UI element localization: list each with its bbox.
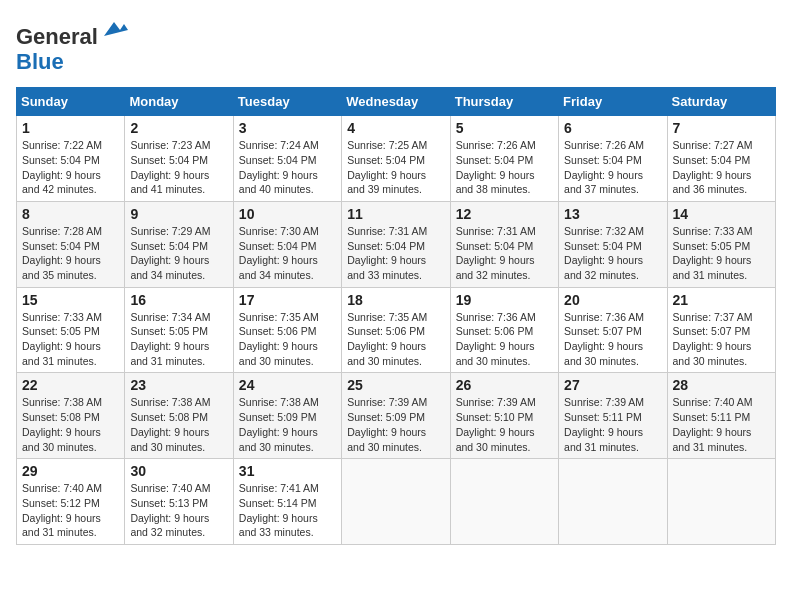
weekday-header: Sunday <box>17 88 125 116</box>
calendar-day-cell: 14Sunrise: 7:33 AMSunset: 5:05 PMDayligh… <box>667 201 775 287</box>
day-number: 8 <box>22 206 119 222</box>
day-info: Sunrise: 7:28 AMSunset: 5:04 PMDaylight:… <box>22 225 102 281</box>
day-number: 11 <box>347 206 444 222</box>
day-info: Sunrise: 7:26 AMSunset: 5:04 PMDaylight:… <box>456 139 536 195</box>
day-info: Sunrise: 7:25 AMSunset: 5:04 PMDaylight:… <box>347 139 427 195</box>
day-number: 26 <box>456 377 553 393</box>
calendar-day-cell: 13Sunrise: 7:32 AMSunset: 5:04 PMDayligh… <box>559 201 667 287</box>
day-info: Sunrise: 7:29 AMSunset: 5:04 PMDaylight:… <box>130 225 210 281</box>
calendar-day-cell: 24Sunrise: 7:38 AMSunset: 5:09 PMDayligh… <box>233 373 341 459</box>
calendar-day-cell: 3Sunrise: 7:24 AMSunset: 5:04 PMDaylight… <box>233 116 341 202</box>
page-header: General Blue <box>16 16 776 75</box>
weekday-header: Monday <box>125 88 233 116</box>
calendar-day-cell: 22Sunrise: 7:38 AMSunset: 5:08 PMDayligh… <box>17 373 125 459</box>
calendar-day-cell: 18Sunrise: 7:35 AMSunset: 5:06 PMDayligh… <box>342 287 450 373</box>
day-info: Sunrise: 7:35 AMSunset: 5:06 PMDaylight:… <box>239 311 319 367</box>
logo: General Blue <box>16 16 128 75</box>
day-number: 1 <box>22 120 119 136</box>
day-info: Sunrise: 7:40 AMSunset: 5:12 PMDaylight:… <box>22 482 102 538</box>
svg-marker-0 <box>104 22 128 36</box>
calendar-day-cell: 19Sunrise: 7:36 AMSunset: 5:06 PMDayligh… <box>450 287 558 373</box>
weekday-header: Tuesday <box>233 88 341 116</box>
calendar-day-cell: 16Sunrise: 7:34 AMSunset: 5:05 PMDayligh… <box>125 287 233 373</box>
day-number: 29 <box>22 463 119 479</box>
day-info: Sunrise: 7:32 AMSunset: 5:04 PMDaylight:… <box>564 225 644 281</box>
day-number: 7 <box>673 120 770 136</box>
day-info: Sunrise: 7:33 AMSunset: 5:05 PMDaylight:… <box>673 225 753 281</box>
day-number: 6 <box>564 120 661 136</box>
calendar-week-row: 22Sunrise: 7:38 AMSunset: 5:08 PMDayligh… <box>17 373 776 459</box>
day-info: Sunrise: 7:39 AMSunset: 5:11 PMDaylight:… <box>564 396 644 452</box>
day-info: Sunrise: 7:38 AMSunset: 5:08 PMDaylight:… <box>22 396 102 452</box>
day-info: Sunrise: 7:30 AMSunset: 5:04 PMDaylight:… <box>239 225 319 281</box>
weekday-header: Friday <box>559 88 667 116</box>
day-number: 20 <box>564 292 661 308</box>
day-info: Sunrise: 7:39 AMSunset: 5:10 PMDaylight:… <box>456 396 536 452</box>
day-info: Sunrise: 7:27 AMSunset: 5:04 PMDaylight:… <box>673 139 753 195</box>
logo-general: General <box>16 24 98 49</box>
weekday-header: Saturday <box>667 88 775 116</box>
calendar-day-cell: 5Sunrise: 7:26 AMSunset: 5:04 PMDaylight… <box>450 116 558 202</box>
day-info: Sunrise: 7:39 AMSunset: 5:09 PMDaylight:… <box>347 396 427 452</box>
calendar-day-cell: 21Sunrise: 7:37 AMSunset: 5:07 PMDayligh… <box>667 287 775 373</box>
day-info: Sunrise: 7:40 AMSunset: 5:11 PMDaylight:… <box>673 396 753 452</box>
day-info: Sunrise: 7:36 AMSunset: 5:07 PMDaylight:… <box>564 311 644 367</box>
day-number: 18 <box>347 292 444 308</box>
day-info: Sunrise: 7:31 AMSunset: 5:04 PMDaylight:… <box>347 225 427 281</box>
calendar-day-cell: 26Sunrise: 7:39 AMSunset: 5:10 PMDayligh… <box>450 373 558 459</box>
logo-bird-icon <box>100 16 128 44</box>
day-number: 19 <box>456 292 553 308</box>
calendar-day-cell <box>342 459 450 545</box>
calendar-day-cell: 17Sunrise: 7:35 AMSunset: 5:06 PMDayligh… <box>233 287 341 373</box>
calendar-day-cell: 27Sunrise: 7:39 AMSunset: 5:11 PMDayligh… <box>559 373 667 459</box>
day-number: 2 <box>130 120 227 136</box>
calendar-day-cell: 28Sunrise: 7:40 AMSunset: 5:11 PMDayligh… <box>667 373 775 459</box>
day-info: Sunrise: 7:36 AMSunset: 5:06 PMDaylight:… <box>456 311 536 367</box>
day-number: 30 <box>130 463 227 479</box>
day-number: 27 <box>564 377 661 393</box>
day-number: 15 <box>22 292 119 308</box>
day-number: 4 <box>347 120 444 136</box>
calendar-day-cell: 23Sunrise: 7:38 AMSunset: 5:08 PMDayligh… <box>125 373 233 459</box>
calendar-day-cell: 12Sunrise: 7:31 AMSunset: 5:04 PMDayligh… <box>450 201 558 287</box>
calendar-day-cell: 15Sunrise: 7:33 AMSunset: 5:05 PMDayligh… <box>17 287 125 373</box>
calendar-day-cell: 4Sunrise: 7:25 AMSunset: 5:04 PMDaylight… <box>342 116 450 202</box>
day-info: Sunrise: 7:22 AMSunset: 5:04 PMDaylight:… <box>22 139 102 195</box>
calendar-week-row: 8Sunrise: 7:28 AMSunset: 5:04 PMDaylight… <box>17 201 776 287</box>
day-number: 22 <box>22 377 119 393</box>
day-number: 12 <box>456 206 553 222</box>
calendar-day-cell: 30Sunrise: 7:40 AMSunset: 5:13 PMDayligh… <box>125 459 233 545</box>
logo-blue: Blue <box>16 49 64 75</box>
calendar-day-cell: 29Sunrise: 7:40 AMSunset: 5:12 PMDayligh… <box>17 459 125 545</box>
calendar-day-cell <box>450 459 558 545</box>
day-number: 24 <box>239 377 336 393</box>
day-info: Sunrise: 7:31 AMSunset: 5:04 PMDaylight:… <box>456 225 536 281</box>
calendar-week-row: 1Sunrise: 7:22 AMSunset: 5:04 PMDaylight… <box>17 116 776 202</box>
calendar-day-cell: 20Sunrise: 7:36 AMSunset: 5:07 PMDayligh… <box>559 287 667 373</box>
calendar-day-cell: 7Sunrise: 7:27 AMSunset: 5:04 PMDaylight… <box>667 116 775 202</box>
day-info: Sunrise: 7:38 AMSunset: 5:09 PMDaylight:… <box>239 396 319 452</box>
calendar-table: SundayMondayTuesdayWednesdayThursdayFrid… <box>16 87 776 545</box>
weekday-header-row: SundayMondayTuesdayWednesdayThursdayFrid… <box>17 88 776 116</box>
day-number: 3 <box>239 120 336 136</box>
day-info: Sunrise: 7:41 AMSunset: 5:14 PMDaylight:… <box>239 482 319 538</box>
calendar-day-cell: 6Sunrise: 7:26 AMSunset: 5:04 PMDaylight… <box>559 116 667 202</box>
day-info: Sunrise: 7:37 AMSunset: 5:07 PMDaylight:… <box>673 311 753 367</box>
day-number: 13 <box>564 206 661 222</box>
calendar-day-cell: 10Sunrise: 7:30 AMSunset: 5:04 PMDayligh… <box>233 201 341 287</box>
day-number: 16 <box>130 292 227 308</box>
calendar-day-cell: 31Sunrise: 7:41 AMSunset: 5:14 PMDayligh… <box>233 459 341 545</box>
day-number: 28 <box>673 377 770 393</box>
day-info: Sunrise: 7:23 AMSunset: 5:04 PMDaylight:… <box>130 139 210 195</box>
calendar-day-cell <box>559 459 667 545</box>
day-number: 10 <box>239 206 336 222</box>
weekday-header: Wednesday <box>342 88 450 116</box>
day-number: 21 <box>673 292 770 308</box>
day-number: 25 <box>347 377 444 393</box>
day-number: 31 <box>239 463 336 479</box>
day-info: Sunrise: 7:34 AMSunset: 5:05 PMDaylight:… <box>130 311 210 367</box>
day-info: Sunrise: 7:33 AMSunset: 5:05 PMDaylight:… <box>22 311 102 367</box>
day-info: Sunrise: 7:24 AMSunset: 5:04 PMDaylight:… <box>239 139 319 195</box>
calendar-day-cell: 1Sunrise: 7:22 AMSunset: 5:04 PMDaylight… <box>17 116 125 202</box>
calendar-day-cell: 25Sunrise: 7:39 AMSunset: 5:09 PMDayligh… <box>342 373 450 459</box>
